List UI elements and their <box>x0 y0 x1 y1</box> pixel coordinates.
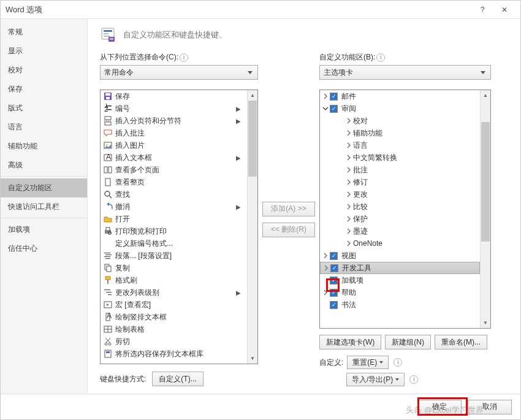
tab-checkbox[interactable]: ✓ <box>330 252 338 260</box>
add-button[interactable]: 添加(A) >> <box>262 202 315 216</box>
tab-checkbox[interactable]: ✓ <box>330 93 338 101</box>
tree-tab[interactable]: ✓视图 <box>320 250 480 262</box>
sidebar-item[interactable]: 高级 <box>1 156 87 177</box>
expand-icon[interactable] <box>344 227 353 235</box>
command-item[interactable]: A绘制竖排文本框 <box>101 311 247 323</box>
sidebar-item[interactable]: 常规 <box>1 23 87 42</box>
new-group-button[interactable]: 新建组(N) <box>385 335 431 349</box>
tab-checkbox[interactable]: ✓ <box>330 264 338 272</box>
tree-group[interactable]: 批注 <box>320 164 480 176</box>
expand-icon[interactable] <box>344 178 353 186</box>
scroll-down-button[interactable]: ▼ <box>248 353 257 364</box>
scroll-down-button[interactable]: ▼ <box>481 318 490 328</box>
ribbon-scope-dropdown[interactable]: 主选项卡 <box>319 65 491 80</box>
expand-icon[interactable] <box>344 116 353 125</box>
command-item[interactable]: 复制 <box>101 262 247 274</box>
command-item[interactable]: 格式刷 <box>101 274 247 286</box>
expand-icon[interactable] <box>321 251 330 260</box>
tree-group[interactable]: 中文简繁转换 <box>320 151 480 164</box>
command-item[interactable]: 定义新编号格式... <box>101 237 247 250</box>
tree-group[interactable]: 辅助功能 <box>320 127 480 139</box>
tree-group[interactable]: OneNote <box>320 237 480 250</box>
cancel-button[interactable]: 取消 <box>468 400 512 414</box>
expand-icon[interactable] <box>344 141 353 150</box>
command-item[interactable]: 查看整页 <box>101 176 247 188</box>
expand-icon[interactable] <box>344 202 353 211</box>
command-item[interactable]: 宏 [查看宏] <box>101 299 247 311</box>
new-tab-button[interactable]: 新建选项卡(W) <box>319 335 381 349</box>
tree-group[interactable]: 比较 <box>320 200 480 213</box>
commands-scrollbar[interactable]: ▲ ▼ <box>247 90 257 364</box>
tree-tab[interactable]: ✓审阅 <box>320 102 480 115</box>
ok-button[interactable]: 确定 <box>417 400 462 414</box>
expand-icon[interactable] <box>322 264 330 272</box>
tree-group[interactable]: 语言 <box>320 139 480 151</box>
command-item[interactable]: 打印预览和打印 <box>101 225 247 237</box>
tree-tab[interactable]: ✓加载项 <box>320 274 480 286</box>
scroll-up-button[interactable]: ▲ <box>248 90 257 101</box>
collapse-icon[interactable] <box>321 104 330 113</box>
command-item[interactable]: 段落... [段落设置] <box>101 250 247 262</box>
customize-keyboard-button[interactable]: 自定义(T)... <box>152 372 203 386</box>
tree-group[interactable]: 保护 <box>320 213 480 225</box>
tree-group[interactable]: 更改 <box>320 188 480 200</box>
command-item[interactable]: 保存 <box>101 90 247 102</box>
tree-group[interactable]: 墨迹 <box>320 225 480 237</box>
command-item[interactable]: 插入批注 <box>101 127 247 139</box>
expand-icon[interactable] <box>344 129 353 137</box>
command-item[interactable]: 插入图片 <box>101 139 247 151</box>
command-item[interactable]: 更改列表级别▶ <box>101 286 247 299</box>
sidebar-item[interactable]: 校对 <box>1 61 87 80</box>
tree-group[interactable]: 校对 <box>320 115 480 127</box>
ribbon-scrollbar[interactable]: ▲ ▼ <box>480 90 490 328</box>
info-icon[interactable]: i <box>376 53 385 62</box>
expand-icon[interactable] <box>321 288 330 297</box>
expand-icon[interactable] <box>344 215 353 223</box>
remove-button[interactable]: << 删除(R) <box>262 223 315 237</box>
tree-tab[interactable]: ✓邮件 <box>320 90 480 102</box>
expand-icon[interactable] <box>321 276 330 284</box>
rename-button[interactable]: 重命名(M)... <box>435 335 487 349</box>
sidebar-item[interactable]: 快速访问工具栏 <box>1 197 87 218</box>
scroll-up-button[interactable]: ▲ <box>481 90 490 101</box>
sidebar-item[interactable]: 加载项 <box>1 220 87 239</box>
tab-checkbox[interactable]: ✓ <box>330 301 338 309</box>
command-item[interactable]: 剪切 <box>101 335 247 348</box>
tab-checkbox[interactable]: ✓ <box>330 105 338 113</box>
tree-group[interactable]: 修订 <box>320 176 480 188</box>
expand-icon[interactable] <box>344 153 353 162</box>
command-item[interactable]: 绘制表格 <box>101 323 247 335</box>
expand-icon[interactable] <box>321 92 330 101</box>
command-item[interactable]: 撤消▶ <box>101 200 247 213</box>
sidebar-item[interactable]: 版式 <box>1 99 87 118</box>
reset-dropdown[interactable]: 重置(E) <box>347 356 389 369</box>
sidebar-item[interactable]: 信任中心 <box>1 239 87 258</box>
sidebar-item[interactable]: 自定义功能区 <box>1 178 87 197</box>
command-item[interactable]: 12编号▶ <box>101 102 247 115</box>
info-icon[interactable]: i <box>409 375 418 384</box>
import-export-dropdown[interactable]: 导入/导出(P) <box>346 373 405 386</box>
command-item[interactable]: 查看多个页面 <box>101 164 247 176</box>
command-item[interactable]: 插入分页符和分节符▶ <box>101 115 247 127</box>
info-icon[interactable]: i <box>394 358 402 367</box>
commands-source-dropdown[interactable]: 常用命令 <box>100 65 258 80</box>
command-item[interactable]: 打开 <box>101 213 247 225</box>
help-button[interactable]: ? <box>471 1 493 18</box>
tree-tab[interactable]: ✓书法 <box>320 299 480 311</box>
sidebar-item[interactable]: 显示 <box>1 42 87 61</box>
sidebar-item[interactable]: 语言 <box>1 118 87 137</box>
command-item[interactable]: 将所选内容保存到文本框库 <box>101 348 247 360</box>
ribbon-tree[interactable]: ✓邮件✓审阅校对辅助功能语言中文简繁转换批注修订更改比较保护墨迹OneNote✓… <box>319 90 491 329</box>
sidebar-item[interactable]: 保存 <box>1 80 87 99</box>
expand-icon[interactable] <box>344 190 353 199</box>
tree-tab[interactable]: ✓开发工具 <box>320 262 480 274</box>
tab-checkbox[interactable]: ✓ <box>330 277 338 284</box>
close-button[interactable]: ✕ <box>493 1 515 18</box>
command-item[interactable]: A插入文本框▶ <box>101 151 247 164</box>
expand-icon[interactable] <box>321 300 330 309</box>
tree-tab[interactable]: ✓帮助 <box>320 286 480 299</box>
commands-listbox[interactable]: 保存12编号▶插入分页符和分节符▶插入批注插入图片A插入文本框▶查看多个页面查看… <box>100 90 258 364</box>
sidebar-item[interactable]: 辅助功能 <box>1 137 87 156</box>
expand-icon[interactable] <box>344 239 353 248</box>
info-icon[interactable]: i <box>180 53 188 62</box>
